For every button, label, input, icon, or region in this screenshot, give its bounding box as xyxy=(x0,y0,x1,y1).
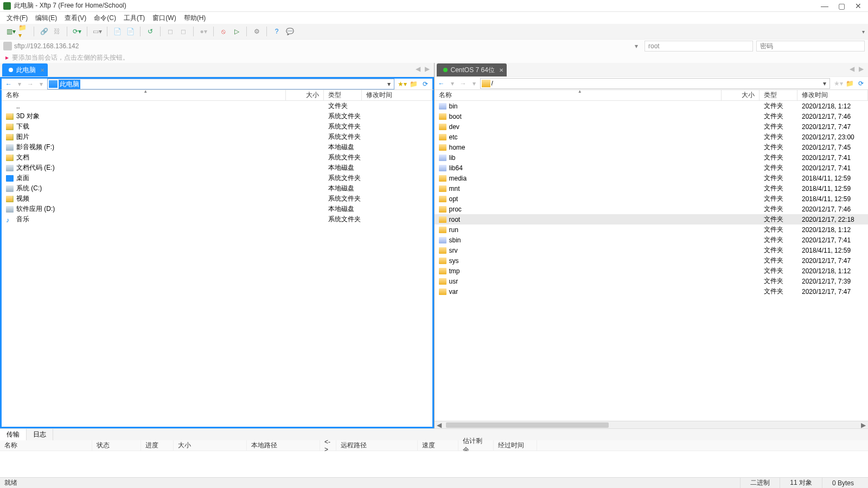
file-row[interactable]: 文档代码 (E:)本地磁盘 xyxy=(2,163,432,173)
tab-close-icon[interactable]: ✕ xyxy=(40,67,44,73)
open-button[interactable]: 📁▾ xyxy=(18,26,29,37)
file-row[interactable]: lib64文件夹2020/12/17, 7:41 xyxy=(435,163,869,173)
action2-button[interactable]: ◻ xyxy=(178,26,189,37)
file-row[interactable]: media文件夹2018/4/11, 12:59 xyxy=(435,173,869,183)
paste-button[interactable]: 📄 xyxy=(125,26,136,37)
file-row[interactable]: 下载系统文件夹 xyxy=(2,121,432,132)
menu-item[interactable]: 命令(C) xyxy=(94,14,116,23)
file-row[interactable]: run文件夹2020/12/18, 1:12 xyxy=(435,224,869,235)
file-row[interactable]: sbin文件夹2020/12/17, 7:41 xyxy=(435,235,869,245)
col-date[interactable]: 修改时间 xyxy=(362,90,432,100)
menu-item[interactable]: 编辑(E) xyxy=(35,14,57,23)
file-row[interactable]: 图片系统文件夹 xyxy=(2,132,432,142)
address-url[interactable]: sftp://192.168.136.142 xyxy=(14,42,79,50)
file-row[interactable]: usr文件夹2020/12/17, 7:39 xyxy=(435,276,869,286)
nav-fwd-menu[interactable]: ▾ xyxy=(36,79,46,89)
left-file-list[interactable]: 名称▲ 大小 类型 修改时间 ..文件夹3D 对象系统文件夹下载系统文件夹图片系… xyxy=(0,90,434,428)
path-dropdown-icon[interactable]: ▾ xyxy=(821,80,828,87)
transfer-col[interactable]: 状态 xyxy=(92,440,141,451)
sync-button[interactable]: ⟳▾ xyxy=(72,26,82,37)
view-button[interactable]: ▭▾ xyxy=(92,26,103,37)
tab-close-icon[interactable]: ✕ xyxy=(499,67,503,73)
copy-button[interactable]: 📄 xyxy=(112,26,123,37)
file-row[interactable]: srv文件夹2018/4/11, 12:59 xyxy=(435,245,869,255)
file-row[interactable]: 软件应用 (D:)本地磁盘 xyxy=(2,204,432,214)
file-row[interactable]: opt文件夹2018/4/11, 12:59 xyxy=(435,194,869,204)
tab-remote[interactable]: CentOS 7 64位 ✕ xyxy=(437,63,507,76)
col-type[interactable]: 类型 xyxy=(324,90,362,100)
nav-back-menu[interactable]: ▾ xyxy=(15,79,24,89)
favorite-icon[interactable]: ★▾ xyxy=(398,79,407,89)
new-folder-icon[interactable]: 📁 xyxy=(409,79,419,89)
favorite-icon[interactable]: ★▾ xyxy=(833,79,843,88)
tab-prev-icon[interactable]: ◀ xyxy=(416,65,420,73)
refresh-button[interactable]: ↺ xyxy=(145,26,156,37)
help-button[interactable]: ? xyxy=(271,26,282,37)
path-dropdown-icon[interactable]: ▾ xyxy=(385,80,393,88)
file-row[interactable]: home文件夹2020/12/17, 7:45 xyxy=(435,142,869,152)
file-row[interactable]: dev文件夹2020/12/17, 7:47 xyxy=(435,121,869,132)
file-row[interactable]: 3D 对象系统文件夹 xyxy=(2,111,432,121)
path-text[interactable] xyxy=(492,80,821,87)
transfer-col[interactable]: 本地路径 xyxy=(247,440,320,451)
file-row[interactable]: sys文件夹2020/12/17, 7:47 xyxy=(435,255,869,266)
new-connection-button[interactable]: ▥▾ xyxy=(5,26,16,37)
address-dropdown-icon[interactable]: ▾ xyxy=(635,42,638,50)
file-row[interactable]: 文档系统文件夹 xyxy=(2,152,432,163)
right-h-scrollbar[interactable]: ◀ ▶ xyxy=(435,421,869,428)
file-row[interactable]: ..文件夹 xyxy=(2,101,432,111)
transfer-col[interactable]: 进度 xyxy=(141,440,174,451)
file-row[interactable]: 桌面系统文件夹 xyxy=(2,173,432,183)
unlink-button[interactable]: ⛓ xyxy=(52,26,62,37)
right-path-input[interactable]: ▾ xyxy=(480,78,831,89)
transfer-col[interactable]: 名称 xyxy=(0,440,92,451)
menu-item[interactable]: 文件(F) xyxy=(7,14,28,23)
file-row[interactable]: ♪音乐系统文件夹 xyxy=(2,214,432,224)
file-row[interactable]: 视频系统文件夹 xyxy=(2,194,432,204)
nav-back-button[interactable]: ← xyxy=(4,79,14,89)
file-row[interactable]: proc文件夹2020/12/17, 7:46 xyxy=(435,204,869,214)
maximize-button[interactable]: ▢ xyxy=(838,2,845,10)
file-row[interactable]: tmp文件夹2020/12/18, 1:12 xyxy=(435,266,869,276)
file-row[interactable]: 影音视频 (F:)本地磁盘 xyxy=(2,142,432,152)
file-row[interactable]: var文件夹2020/12/17, 7:47 xyxy=(435,286,869,297)
menu-item[interactable]: 窗口(W) xyxy=(152,14,176,23)
file-row[interactable]: lib文件夹2020/12/17, 7:41 xyxy=(435,152,869,163)
nav-fwd-menu[interactable]: ▾ xyxy=(469,79,479,88)
col-type[interactable]: 类型 xyxy=(760,90,797,100)
file-row[interactable]: root文件夹2020/12/17, 22:18 xyxy=(435,214,869,224)
menu-item[interactable]: 查看(V) xyxy=(65,14,86,23)
col-date[interactable]: 修改时间 xyxy=(797,90,868,100)
bookmark-icon[interactable]: ▸ xyxy=(5,54,9,61)
tab-prev-icon[interactable]: ◀ xyxy=(850,65,854,73)
new-folder-icon[interactable]: 📁 xyxy=(845,79,854,88)
status-button[interactable]: ●▾ xyxy=(198,26,209,37)
scroll-left-icon[interactable]: ◀ xyxy=(435,421,444,429)
stop-button[interactable]: ⦸ xyxy=(218,26,229,37)
tab-local[interactable]: 此电脑 ✕ xyxy=(2,63,48,76)
left-path-input[interactable]: 此电脑 ▾ xyxy=(47,79,394,89)
menu-item[interactable]: 帮助(H) xyxy=(184,14,206,23)
file-row[interactable]: boot文件夹2020/12/17, 7:46 xyxy=(435,111,869,121)
nav-forward-button[interactable]: → xyxy=(25,79,35,89)
col-name[interactable]: 名称▲ xyxy=(2,90,286,100)
settings-button[interactable]: ⚙ xyxy=(251,26,262,37)
transfer-col[interactable]: <-> xyxy=(320,440,336,451)
action1-button[interactable]: ◻ xyxy=(165,26,176,37)
toolbar-overflow-icon[interactable]: ▾ xyxy=(862,29,865,35)
password-input[interactable] xyxy=(756,41,865,52)
go-button[interactable]: ▷ xyxy=(231,26,242,37)
refresh-icon[interactable]: ⟳ xyxy=(856,79,866,88)
close-button[interactable]: ✕ xyxy=(855,2,861,10)
scroll-thumb[interactable] xyxy=(446,422,609,428)
transfer-col[interactable]: 估计剩余... xyxy=(458,440,494,451)
tab-next-icon[interactable]: ▶ xyxy=(859,65,864,73)
link-button[interactable]: 🔗 xyxy=(39,26,49,37)
file-row[interactable]: 系统 (C:)本地磁盘 xyxy=(2,183,432,194)
file-row[interactable]: etc文件夹2020/12/17, 23:00 xyxy=(435,132,869,142)
file-row[interactable]: mnt文件夹2018/4/11, 12:59 xyxy=(435,183,869,194)
nav-forward-button[interactable]: → xyxy=(458,79,468,88)
menu-item[interactable]: 工具(T) xyxy=(124,14,145,23)
transfer-col[interactable]: 大小 xyxy=(174,440,247,451)
username-input[interactable] xyxy=(644,41,753,52)
